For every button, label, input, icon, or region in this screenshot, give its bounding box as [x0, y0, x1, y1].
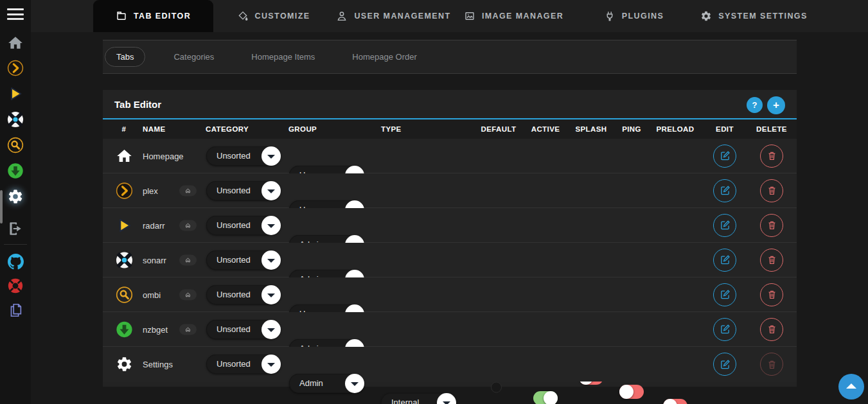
sidebar-item-logout[interactable] [6, 220, 24, 238]
edit-button[interactable] [713, 353, 736, 376]
nzbget-icon [7, 162, 24, 179]
edit-button[interactable] [713, 214, 736, 237]
nav-tab-label: PLUGINS [622, 12, 664, 21]
category-select[interactable]: Unsorted [206, 355, 281, 374]
scroll-to-top-button[interactable] [838, 374, 864, 400]
sidebar-item-settings[interactable] [6, 188, 24, 206]
edit-icon [720, 220, 731, 231]
preload-toggle[interactable] [663, 399, 687, 404]
table-row: sonarr Unsorted Admin iFrame [103, 243, 797, 277]
sidebar-item-radarr[interactable] [6, 85, 24, 103]
homepage-icon [116, 147, 133, 164]
tab-editor-panel: Tab Editor ? + # NAME CATEGORY GROUP TYP… [103, 90, 797, 387]
category-value: Unsorted [217, 255, 251, 265]
subtab-homepage-items[interactable]: Homepage Items [242, 48, 324, 66]
edit-icon [720, 150, 731, 161]
category-select[interactable]: Unsorted [206, 320, 281, 339]
panel-title: Tab Editor [114, 90, 161, 119]
delete-button[interactable] [760, 145, 783, 168]
trash-icon [766, 150, 777, 161]
delete-button[interactable] [760, 283, 783, 306]
delete-button[interactable] [760, 249, 783, 272]
nav-tab-user-management[interactable]: USER MANAGEMENT [333, 0, 454, 32]
category-select[interactable]: Unsorted [206, 181, 281, 200]
table-row: nzbget Unsorted Admin iFrame [103, 312, 797, 347]
edit-icon [720, 185, 731, 196]
subtab-homepage-order[interactable]: Homepage Order [343, 48, 425, 66]
sidebar-scrollbar[interactable] [0, 190, 3, 224]
edit-button[interactable] [713, 283, 736, 306]
github-icon [8, 254, 24, 270]
table-header: # NAME CATEGORY GROUP TYPE DEFAULT ACTIV… [103, 119, 797, 139]
nav-tab-system-settings[interactable]: SYSTEM SETTINGS [694, 0, 814, 32]
nav-tab-image-manager[interactable]: IMAGE MANAGER [454, 0, 574, 32]
sidebar-item-docs[interactable] [6, 301, 24, 319]
tab-name: sonarr [143, 255, 166, 265]
col-delete: DELETE [746, 119, 797, 139]
sidebar-item-ombi[interactable] [6, 136, 24, 154]
tab-icon-cell [112, 251, 136, 268]
panel-titlebar: Tab Editor ? + [103, 90, 797, 119]
nav-tab-tab-editor[interactable]: TAB EDITOR [93, 0, 213, 32]
group-select[interactable]: Admin [289, 374, 364, 393]
type-select[interactable]: Internal [381, 393, 456, 404]
nav-tab-customize[interactable]: CUSTOMIZE [213, 0, 333, 32]
edit-button[interactable] [713, 179, 736, 202]
sidebar-item-plex[interactable] [6, 59, 24, 77]
category-select[interactable]: Unsorted [206, 146, 281, 166]
delete-button[interactable] [760, 318, 783, 341]
sidebar-item-github[interactable] [6, 252, 24, 270]
delete-button[interactable] [760, 214, 783, 237]
edit-button[interactable] [713, 318, 736, 341]
lifebuoy-icon [7, 277, 24, 294]
category-value: Unsorted [217, 151, 251, 161]
sidebar-item-sonarr[interactable] [6, 110, 24, 128]
trash-icon [766, 359, 777, 370]
trash-icon [766, 220, 777, 231]
home-badge-icon [185, 326, 191, 332]
subtab-tabs[interactable]: Tabs [105, 47, 145, 67]
sidebar-item-support[interactable] [6, 277, 24, 295]
edit-icon [720, 289, 731, 300]
tab-name: plex [143, 186, 158, 195]
sidebar-item-home[interactable] [6, 34, 24, 52]
active-toggle[interactable] [533, 391, 558, 404]
nzbget-icon [116, 321, 133, 338]
home-badge [179, 220, 197, 231]
chevron-down-icon [261, 250, 281, 270]
chevron-down-icon [437, 393, 456, 404]
help-button[interactable]: ? [747, 97, 763, 113]
tab-icon-cell [112, 182, 136, 199]
default-radio[interactable] [491, 382, 502, 392]
tab-icon-cell [112, 286, 136, 303]
delete-button[interactable] [760, 353, 783, 376]
nav-tab-plugins[interactable]: PLUGINS [574, 0, 694, 32]
category-value: Unsorted [217, 186, 251, 195]
ombi-icon [116, 286, 133, 303]
tab-icon-cell [112, 147, 136, 164]
radarr-icon [7, 85, 24, 102]
table-row: plex Unsorted User iFrame [103, 173, 797, 208]
home-badge-icon [185, 188, 191, 193]
category-select[interactable]: Unsorted [206, 250, 281, 270]
add-tab-button[interactable]: + [767, 96, 785, 114]
category-select[interactable]: Unsorted [206, 285, 281, 304]
col-preload: PRELOAD [650, 119, 701, 139]
settings-gear-icon [7, 188, 24, 205]
edit-button[interactable] [713, 145, 736, 168]
gear-icon [700, 10, 712, 22]
table-row: Settings Unsorted Admin Internal [103, 347, 797, 382]
nav-tab-label: USER MANAGEMENT [354, 12, 450, 21]
ping-toggle[interactable] [619, 385, 644, 399]
sidebar-item-nzbget[interactable] [6, 162, 24, 180]
subtab-categories[interactable]: Categories [164, 48, 223, 66]
nav-tab-label: IMAGE MANAGER [482, 12, 563, 21]
delete-button[interactable] [760, 179, 783, 202]
ombi-icon [7, 137, 24, 154]
table-row: Homepage Unsorted User Internal [103, 139, 797, 173]
sonarr-icon [7, 111, 24, 128]
hamburger-menu-icon[interactable] [7, 8, 24, 21]
table-row: ombi Unsorted User iFrame [103, 277, 797, 312]
category-select[interactable]: Unsorted [206, 216, 281, 235]
edit-button[interactable] [713, 249, 736, 272]
